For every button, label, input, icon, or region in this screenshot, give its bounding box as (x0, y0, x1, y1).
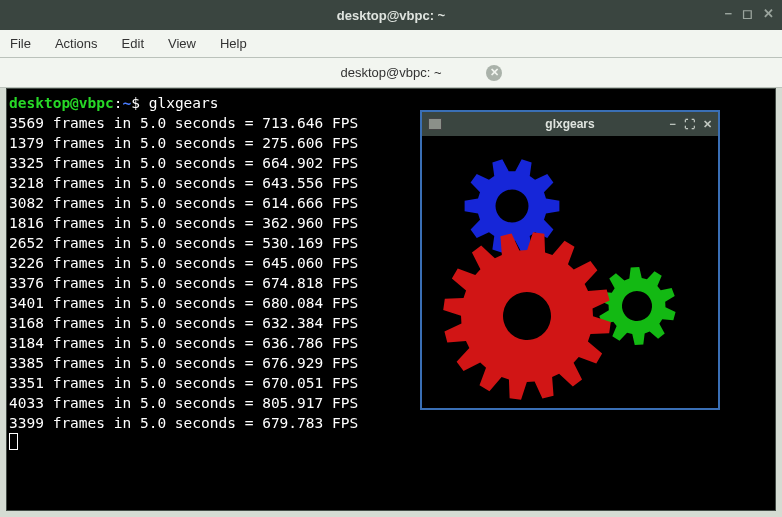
gear-red-icon (437, 226, 617, 406)
glx-close-icon[interactable]: ✕ (703, 118, 712, 131)
glx-minimize-icon[interactable]: − (670, 118, 676, 131)
command: glxgears (149, 95, 219, 111)
cursor-icon (9, 433, 18, 450)
tab-close-icon[interactable]: ✕ (486, 65, 502, 81)
prompt-colon: : (114, 95, 123, 111)
maximize-icon[interactable]: ◻ (742, 6, 753, 21)
menu-view[interactable]: View (168, 36, 196, 51)
menu-file[interactable]: File (10, 36, 31, 51)
output-line: 3399 frames in 5.0 seconds = 679.783 FPS (9, 413, 773, 433)
glxgears-title: glxgears (545, 117, 594, 131)
glxgears-controls: − ⛶ ✕ (670, 118, 712, 131)
glxgears-titlebar[interactable]: glxgears − ⛶ ✕ (422, 112, 718, 136)
menu-edit[interactable]: Edit (122, 36, 144, 51)
close-icon[interactable]: ✕ (763, 6, 774, 21)
tab-label[interactable]: desktop@vbpc: ~ (340, 65, 441, 80)
window-controls: − ◻ ✕ (724, 6, 774, 21)
menu-help[interactable]: Help (220, 36, 247, 51)
window-title: desktop@vbpc: ~ (337, 8, 445, 23)
glxgears-canvas (422, 136, 718, 408)
glx-maximize-icon[interactable]: ⛶ (684, 118, 695, 131)
glxgears-window[interactable]: glxgears − ⛶ ✕ (420, 110, 720, 410)
minimize-icon[interactable]: − (724, 6, 732, 21)
prompt-user: desktop@vbpc (9, 95, 114, 111)
prompt-dollar: $ (131, 95, 140, 111)
menu-actions[interactable]: Actions (55, 36, 98, 51)
prompt-path: ~ (123, 95, 132, 111)
tabbar: desktop@vbpc: ~ ✕ (0, 58, 782, 88)
main-titlebar: desktop@vbpc: ~ − ◻ ✕ (0, 0, 782, 30)
app-icon (428, 118, 442, 130)
menubar: File Actions Edit View Help (0, 30, 782, 58)
